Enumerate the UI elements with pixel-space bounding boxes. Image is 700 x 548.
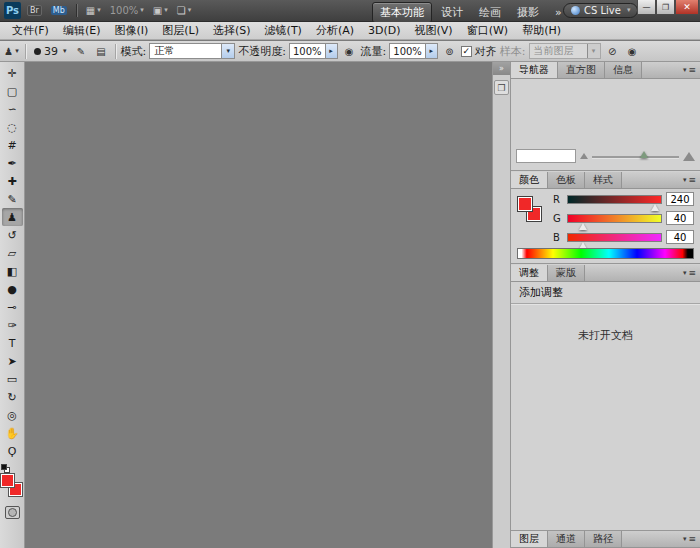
launch-bridge-button[interactable]: Br bbox=[24, 3, 45, 19]
panel-menu-button[interactable]: ▾≡ bbox=[679, 265, 700, 281]
close-button[interactable]: ✕ bbox=[675, 0, 699, 15]
3d-camera-rotate-tool[interactable]: ◎ bbox=[2, 406, 23, 424]
menu-window[interactable]: 窗口(W) bbox=[460, 22, 515, 39]
tab-navigator[interactable]: 导航器 bbox=[511, 62, 558, 78]
toggle-clone-source-button[interactable]: ▤ bbox=[93, 43, 110, 60]
3d-object-rotate-tool[interactable]: ↻ bbox=[2, 388, 23, 406]
menu-filter[interactable]: 滤镜(T) bbox=[258, 22, 309, 39]
brush-preset-picker[interactable]: 39 ▾ bbox=[31, 43, 70, 60]
tab-layers[interactable]: 图层 bbox=[511, 531, 548, 547]
tab-masks[interactable]: 蒙版 bbox=[548, 265, 585, 281]
menu-help[interactable]: 帮助(H) bbox=[515, 22, 568, 39]
red-slider-knob[interactable] bbox=[651, 204, 659, 211]
menu-analysis[interactable]: 分析(A) bbox=[309, 22, 361, 39]
combo-arrow[interactable]: ▾ bbox=[221, 44, 234, 58]
zoom-in-mountain-icon[interactable] bbox=[683, 152, 695, 161]
zoom-tool[interactable]: Ϙ bbox=[2, 442, 23, 460]
tool-preset-picker[interactable]: ♟▾ bbox=[3, 43, 20, 60]
tab-adjustments[interactable]: 调整 bbox=[511, 265, 548, 281]
spinner-arrow-icon[interactable]: ▸ bbox=[426, 43, 438, 59]
checkbox-box[interactable]: ✓ bbox=[461, 46, 472, 57]
mode-select[interactable]: 正常 ▾ bbox=[149, 43, 235, 59]
menu-layer[interactable]: 图层(L) bbox=[155, 22, 206, 39]
crop-tool[interactable]: # bbox=[2, 136, 23, 154]
workspace-painting-button[interactable]: 绘画 bbox=[472, 3, 508, 22]
tab-color[interactable]: 颜色 bbox=[511, 172, 548, 188]
dodge-tool[interactable]: ⊸ bbox=[2, 298, 23, 316]
panel-menu-button[interactable]: ▾≡ bbox=[679, 62, 700, 78]
rectangular-marquee-tool[interactable]: ▢ bbox=[2, 82, 23, 100]
lasso-tool[interactable]: ∽ bbox=[2, 100, 23, 118]
red-slider[interactable] bbox=[567, 195, 662, 204]
tab-swatches[interactable]: 色板 bbox=[548, 172, 585, 188]
history-brush-tool[interactable]: ↺ bbox=[2, 226, 23, 244]
ignore-adjustment-layers-button[interactable]: ⊘ bbox=[604, 43, 621, 60]
navigator-zoom-slider[interactable] bbox=[592, 149, 679, 163]
type-tool[interactable]: T bbox=[2, 334, 23, 352]
toggle-brush-panel-button[interactable]: ✎ bbox=[73, 43, 90, 60]
pressure-opacity-button[interactable]: ◉ bbox=[341, 43, 358, 60]
minimize-button[interactable]: — bbox=[637, 0, 656, 15]
panel-menu-button[interactable]: ▾≡ bbox=[679, 531, 700, 547]
eyedropper-tool[interactable]: ✒ bbox=[2, 154, 23, 172]
hand-tool[interactable]: ✋ bbox=[2, 424, 23, 442]
blue-value-input[interactable] bbox=[666, 230, 694, 244]
menu-select[interactable]: 选择(S) bbox=[206, 22, 258, 39]
default-colors-icon[interactable] bbox=[1, 464, 10, 473]
pressure-size-button[interactable]: ◉ bbox=[624, 43, 641, 60]
aligned-checkbox[interactable]: ✓ 对齐 bbox=[461, 44, 497, 59]
move-tool[interactable]: ✛ bbox=[2, 64, 23, 82]
panel-menu-button[interactable]: ▾≡ bbox=[679, 172, 700, 188]
launch-minibridge-button[interactable]: Mb bbox=[48, 3, 70, 19]
cs-live-button[interactable]: CS Live ▾ bbox=[563, 3, 638, 18]
navigator-slider-knob[interactable] bbox=[640, 151, 648, 158]
eraser-tool[interactable]: ▱ bbox=[2, 244, 23, 262]
expand-dock-button[interactable]: » bbox=[493, 62, 510, 75]
green-slider-knob[interactable] bbox=[579, 223, 587, 230]
menu-3d[interactable]: 3D(D) bbox=[361, 22, 408, 39]
restore-button[interactable]: ❐ bbox=[656, 0, 675, 15]
tab-histogram[interactable]: 直方图 bbox=[558, 62, 605, 78]
blue-slider[interactable] bbox=[567, 233, 662, 242]
brush-tool[interactable]: ✎ bbox=[2, 190, 23, 208]
airbrush-button[interactable]: ⊚ bbox=[441, 43, 458, 60]
quick-selection-tool[interactable]: ◌ bbox=[2, 118, 23, 136]
green-slider[interactable] bbox=[567, 214, 662, 223]
clone-stamp-tool[interactable]: ♟ bbox=[2, 208, 23, 226]
menu-image[interactable]: 图像(I) bbox=[107, 22, 155, 39]
pen-tool[interactable]: ✑ bbox=[2, 316, 23, 334]
canvas-area[interactable] bbox=[25, 62, 492, 548]
menu-edit[interactable]: 编辑(E) bbox=[56, 22, 108, 39]
tab-paths[interactable]: 路径 bbox=[585, 531, 622, 547]
zoom-level-button[interactable]: 100%▾ bbox=[107, 3, 147, 19]
menu-view[interactable]: 视图(V) bbox=[408, 22, 460, 39]
red-value-input[interactable] bbox=[666, 192, 694, 206]
screen-mode-button[interactable]: ❏▾ bbox=[174, 3, 194, 19]
tab-styles[interactable]: 样式 bbox=[585, 172, 622, 188]
view-extras-button[interactable]: ▦▾ bbox=[83, 3, 104, 19]
collapsed-panel-icon[interactable]: ❐ bbox=[494, 80, 509, 95]
color-spectrum-ramp[interactable] bbox=[517, 248, 694, 259]
navigator-zoom-input[interactable] bbox=[516, 149, 576, 163]
gradient-tool[interactable]: ◧ bbox=[2, 262, 23, 280]
rectangle-tool[interactable]: ▭ bbox=[2, 370, 23, 388]
quick-mask-button[interactable] bbox=[5, 506, 20, 519]
tab-info[interactable]: 信息 bbox=[605, 62, 642, 78]
foreground-color-swatch[interactable] bbox=[518, 197, 532, 211]
blur-tool[interactable]: ● bbox=[2, 280, 23, 298]
path-selection-tool[interactable]: ➤ bbox=[2, 352, 23, 370]
flow-field[interactable]: 100% ▸ bbox=[389, 43, 438, 59]
workspace-design-button[interactable]: 设计 bbox=[434, 3, 470, 22]
panel-menu-icon: ≡ bbox=[688, 269, 696, 278]
spot-healing-brush-tool[interactable]: ✚ bbox=[2, 172, 23, 190]
workspace-essentials-button[interactable]: 基本功能 bbox=[372, 2, 432, 23]
zoom-out-mountain-icon[interactable] bbox=[580, 153, 588, 159]
arrange-documents-button[interactable]: ▣▾ bbox=[150, 3, 171, 19]
spinner-arrow-icon[interactable]: ▸ bbox=[326, 43, 338, 59]
menu-file[interactable]: 文件(F) bbox=[5, 22, 56, 39]
tab-channels[interactable]: 通道 bbox=[548, 531, 585, 547]
opacity-field[interactable]: 100% ▸ bbox=[289, 43, 338, 59]
foreground-color-swatch[interactable] bbox=[1, 474, 14, 487]
workspace-photography-button[interactable]: 摄影 bbox=[510, 3, 546, 22]
green-value-input[interactable] bbox=[666, 211, 694, 225]
